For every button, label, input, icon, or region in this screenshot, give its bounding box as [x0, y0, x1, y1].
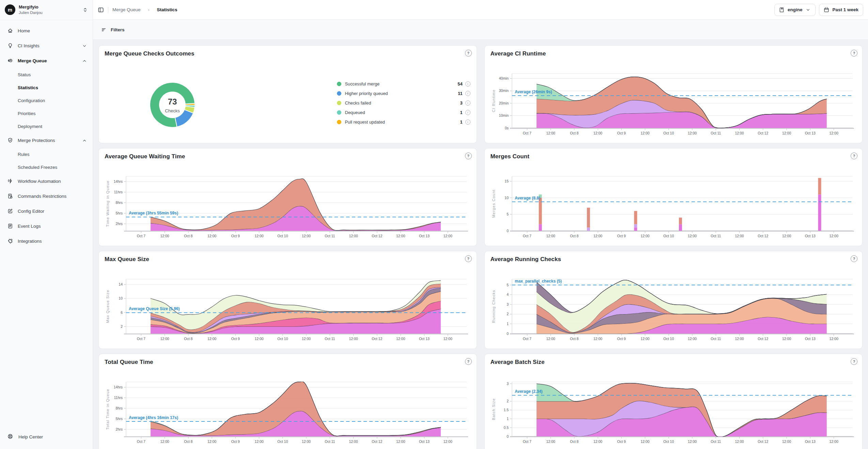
help-icon[interactable]: ? — [851, 358, 857, 365]
sidebar-item-config-editor[interactable]: Config Editor — [0, 204, 93, 219]
breadcrumb-parent[interactable]: Merge Queue — [112, 7, 141, 12]
svg-text:Oct 12: Oct 12 — [372, 234, 382, 238]
filter-icon — [101, 27, 107, 33]
breadcrumb-current: Statistics — [157, 7, 177, 12]
repository-select[interactable]: engine — [774, 4, 816, 16]
svg-text:3: 3 — [507, 302, 509, 306]
sidebar-item-statistics[interactable]: Statistics — [0, 81, 93, 94]
queue-waiting-chart: 2hrs5hrs8hrs11hrs14hrsOct 712:00Oct 812:… — [104, 164, 471, 244]
legend-value: 3 — [460, 100, 462, 106]
svg-text:8hrs: 8hrs — [116, 406, 123, 410]
date-range-label: Past 1 week — [832, 7, 858, 12]
help-icon[interactable]: ? — [851, 153, 857, 159]
svg-text:12:00: 12:00 — [829, 131, 838, 135]
sidebar-item-ci-insights[interactable]: CI Insights — [0, 38, 93, 53]
svg-text:Oct 10: Oct 10 — [277, 337, 288, 341]
svg-text:Oct 7: Oct 7 — [523, 337, 531, 341]
card-batch-size: Average Batch Size?00.511.523Oct 712:00O… — [484, 354, 863, 449]
card-running-checks: Average Running Checks?012345Oct 712:00O… — [484, 251, 863, 349]
org-name: Mergifyio — [19, 4, 43, 10]
sidebar-nav: HomeCI InsightsMerge QueueStatusStatisti… — [0, 20, 93, 252]
sidebar-item-merge-queue[interactable]: Merge Queue — [0, 53, 93, 68]
svg-text:6: 6 — [121, 310, 123, 315]
legend-row[interactable]: Pull request updated1i — [337, 117, 470, 127]
sidebar-item-priorities[interactable]: Priorities — [0, 107, 93, 120]
svg-text:Merges Count: Merges Count — [492, 189, 496, 218]
info-icon[interactable]: i — [465, 100, 470, 106]
svg-text:12:00: 12:00 — [782, 337, 791, 341]
sidebar-item-event-logs[interactable]: Event Logs — [0, 219, 93, 234]
svg-text:Oct 9: Oct 9 — [231, 439, 240, 444]
sidebar-item-deployment[interactable]: Deployment — [0, 120, 93, 133]
svg-text:12:00: 12:00 — [160, 439, 169, 444]
legend-value: 1 — [460, 110, 462, 115]
svg-text:Time Waiting in Queue: Time Waiting in Queue — [106, 180, 110, 227]
info-icon[interactable]: i — [465, 119, 470, 125]
svg-text:12:00: 12:00 — [735, 234, 744, 238]
legend-dot — [337, 110, 341, 115]
org-names: Mergifyio Julien Danjou — [19, 4, 43, 15]
help-icon[interactable]: ? — [465, 255, 472, 262]
svg-text:Oct 9: Oct 9 — [231, 234, 240, 238]
legend-row[interactable]: Dequeued1i — [337, 108, 470, 117]
svg-text:Oct 8: Oct 8 — [570, 337, 578, 341]
max-queue-size-chart: 261014Oct 712:00Oct 812:00Oct 912:00Oct … — [104, 267, 471, 347]
filters-label: Filters — [111, 27, 125, 32]
svg-text:Oct 9: Oct 9 — [231, 337, 240, 341]
legend-label: Higher priority queued — [345, 91, 388, 96]
svg-text:Oct 7: Oct 7 — [523, 234, 531, 238]
sidebar-item-status[interactable]: Status — [0, 68, 93, 81]
org-switcher[interactable]: m Mergifyio Julien Danjou — [0, 0, 93, 20]
filters-bar[interactable]: Filters — [93, 20, 868, 40]
svg-text:0: 0 — [507, 434, 509, 438]
svg-text:12:00: 12:00 — [593, 439, 602, 444]
help-icon[interactable]: ? — [465, 153, 472, 159]
sidebar-toggle-icon[interactable] — [98, 7, 104, 13]
sidebar-item-merge-protections[interactable]: Merge Protections — [0, 133, 93, 148]
svg-text:Oct 10: Oct 10 — [663, 234, 674, 238]
help-icon[interactable]: ? — [465, 358, 472, 365]
sidebar-item-integrations[interactable]: Integrations — [0, 234, 93, 249]
sidebar-item-workflow-automation[interactable]: Workflow Automation — [0, 174, 93, 189]
help-icon[interactable]: ? — [851, 255, 857, 262]
svg-text:12:00: 12:00 — [207, 439, 216, 444]
svg-text:Oct 12: Oct 12 — [372, 439, 382, 444]
svg-text:12:00: 12:00 — [302, 439, 311, 444]
card-title: Max Queue Size — [105, 256, 149, 263]
svg-text:12:00: 12:00 — [302, 337, 311, 341]
card-title: Merges Count — [491, 153, 530, 160]
svg-text:Oct 13: Oct 13 — [419, 337, 430, 341]
org-updown-icon[interactable] — [82, 7, 88, 13]
card-title: Average Queue Waiting Time — [105, 153, 185, 160]
svg-text:12:00: 12:00 — [640, 131, 649, 135]
org-user: Julien Danjou — [19, 10, 43, 15]
svg-text:12:00: 12:00 — [396, 234, 405, 238]
legend-value: 11 — [458, 91, 463, 96]
info-icon[interactable]: i — [465, 110, 470, 115]
svg-text:Oct 11: Oct 11 — [325, 337, 335, 341]
svg-text:Oct 10: Oct 10 — [663, 439, 674, 444]
help-center-link[interactable]: Help Center — [0, 429, 93, 444]
sidebar-item-scheduled-freezes[interactable]: Scheduled Freezes — [0, 161, 93, 174]
org-avatar: m — [5, 4, 15, 15]
help-icon[interactable]: ? — [851, 50, 857, 57]
legend-row[interactable]: Higher priority queued11i — [337, 89, 470, 98]
help-icon[interactable]: ? — [465, 50, 472, 57]
info-icon[interactable]: i — [465, 81, 470, 86]
svg-text:Oct 7: Oct 7 — [137, 439, 145, 444]
legend-row[interactable]: Successful merge54i — [337, 79, 470, 89]
svg-text:14hrs: 14hrs — [114, 385, 123, 389]
sidebar-item-rules[interactable]: Rules — [0, 148, 93, 161]
date-range-button[interactable]: Past 1 week — [819, 4, 863, 16]
legend-row[interactable]: Checks failed3i — [337, 98, 470, 108]
svg-text:Oct 13: Oct 13 — [805, 234, 815, 238]
info-icon[interactable]: i — [465, 91, 470, 96]
card-ci-runtime: Average CI Runtime?0s10min20min30min40mi… — [484, 45, 863, 143]
svg-text:12:00: 12:00 — [302, 234, 311, 238]
svg-text:12:00: 12:00 — [782, 439, 791, 444]
sidebar-item-home[interactable]: Home — [0, 23, 93, 38]
sidebar-item-commands-restrictions[interactable]: Commands Restrictions — [0, 189, 93, 204]
sidebar: m Mergifyio Julien Danjou HomeCI Insight… — [0, 0, 93, 449]
sidebar-item-configuration[interactable]: Configuration — [0, 94, 93, 107]
outcomes-legend: Successful merge54iHigher priority queue… — [337, 79, 470, 127]
